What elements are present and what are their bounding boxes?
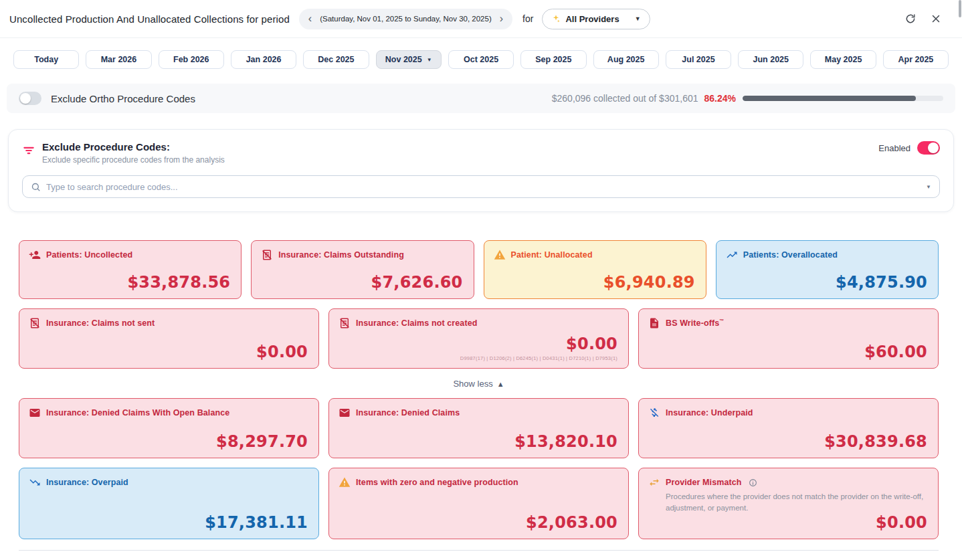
- card-label: Provider Mismatch: [666, 478, 742, 487]
- claim-slash-icon: [339, 317, 351, 329]
- card-denied-claims-open-balance[interactable]: Insurance: Denied Claims With Open Balan…: [19, 398, 319, 458]
- month-tab-mar-2026[interactable]: Mar 2026: [86, 50, 151, 69]
- progress-fill: [743, 96, 916, 101]
- trending-down-icon: [29, 476, 41, 488]
- month-tab-label: Aug 2025: [607, 55, 645, 64]
- card-label: Insurance: Underpaid: [666, 408, 753, 417]
- trending-up-icon: [726, 249, 738, 261]
- chevron-right-icon[interactable]: ›: [498, 13, 504, 24]
- month-tab-label: Dec 2025: [318, 55, 354, 64]
- month-tab-label: Jan 2026: [246, 55, 282, 64]
- card-label: Insurance: Claims not sent: [46, 318, 155, 328]
- card-denied-claims[interactable]: Insurance: Denied Claims $13,820.10: [328, 398, 629, 458]
- month-tab-nov-2025-selected[interactable]: Nov 2025 ▼: [376, 50, 442, 69]
- card-zero-negative-production[interactable]: Items with zero and negative production …: [328, 468, 629, 539]
- card-description: Procedures where the provider does not m…: [666, 491, 927, 513]
- month-tab-aug-2025[interactable]: Aug 2025: [593, 50, 659, 69]
- caret-down-icon: ▼: [427, 57, 432, 63]
- claim-slash-icon: [29, 317, 41, 329]
- month-tab-today[interactable]: Today: [13, 50, 79, 69]
- card-provider-mismatch[interactable]: Provider Mismatch Procedures where the p…: [638, 468, 939, 539]
- header: Uncollected Production And Unallocated C…: [0, 0, 962, 38]
- card-label: Items with zero and negative production: [356, 478, 518, 487]
- card-value: $30,839.68: [824, 432, 927, 451]
- card-insurance-claims-not-sent[interactable]: Insurance: Claims not sent $0.00: [19, 308, 319, 369]
- toggle-knob: [928, 143, 939, 153]
- month-tab-label: Jun 2025: [753, 55, 789, 64]
- card-value: $0.00: [460, 335, 617, 353]
- month-tab-dec-2025[interactable]: Dec 2025: [303, 50, 369, 69]
- scrollbar-thumb[interactable]: [959, 0, 961, 17]
- month-tab-jun-2025[interactable]: Jun 2025: [738, 50, 803, 69]
- procedure-code-search: ▼: [22, 175, 940, 198]
- caret-down-icon: ▼: [635, 15, 641, 22]
- bottom-divider: [19, 550, 939, 551]
- month-tab-oct-2025[interactable]: Oct 2025: [448, 50, 514, 69]
- collection-summary: $260,096 collected out of $301,601: [552, 93, 698, 104]
- collection-progress-bar: [743, 96, 943, 101]
- month-tab-jul-2025[interactable]: Jul 2025: [666, 50, 731, 69]
- show-less-button[interactable]: Show less ▲: [19, 379, 939, 389]
- month-tab-label: Mar 2026: [101, 55, 137, 64]
- info-icon[interactable]: [749, 478, 757, 487]
- card-label: Patient: Unallocated: [511, 250, 593, 260]
- card-value: $17,381.11: [205, 513, 308, 532]
- month-tab-label: Nov 2025: [385, 55, 422, 64]
- trademark-symbol: ™: [719, 318, 724, 323]
- provider-dropdown[interactable]: All Providers ▼: [542, 9, 650, 29]
- exclude-ortho-bar: Exclude Ortho Procedure Codes $260,096 c…: [7, 84, 955, 113]
- card-patients-uncollected[interactable]: Patients: Uncollected $33,878.56: [19, 240, 242, 299]
- card-insurance-claims-outstanding[interactable]: Insurance: Claims Outstanding $7,626.60: [251, 240, 474, 299]
- card-insurance-overpaid[interactable]: Insurance: Overpaid $17,381.11: [19, 468, 319, 539]
- caret-down-icon[interactable]: ▼: [926, 184, 931, 190]
- document-icon: [648, 317, 660, 329]
- card-value: $4,875.90: [836, 273, 927, 292]
- month-tab-may-2025[interactable]: May 2025: [810, 50, 876, 69]
- card-bs-write-offs[interactable]: BS Write-offs™ $60.00: [638, 308, 939, 369]
- panel-subtitle: Exclude specific procedure codes from th…: [42, 155, 225, 165]
- month-tab-label: Sep 2025: [535, 55, 571, 64]
- month-tab-row: Today Mar 2026 Feb 2026 Jan 2026 Dec 202…: [13, 50, 949, 69]
- refresh-button[interactable]: [904, 13, 917, 25]
- for-label: for: [522, 13, 533, 24]
- card-insurance-claims-not-created[interactable]: Insurance: Claims not created $0.00 D998…: [328, 308, 629, 369]
- month-tab-sep-2025[interactable]: Sep 2025: [520, 50, 586, 69]
- provider-dropdown-label: All Providers: [565, 14, 619, 24]
- month-tab-apr-2025[interactable]: Apr 2025: [883, 50, 949, 69]
- close-button[interactable]: [930, 13, 942, 25]
- card-patients-overallocated[interactable]: Patients: Overallocated $4,875.90: [716, 240, 939, 299]
- card-label: Patients: Uncollected: [46, 250, 132, 260]
- date-range-label: (Saturday, Nov 01, 2025 to Sunday, Nov 3…: [320, 15, 492, 23]
- card-insurance-underpaid[interactable]: Insurance: Underpaid $30,839.68: [638, 398, 939, 458]
- card-patient-unallocated[interactable]: Patient: Unallocated $6,940.89: [484, 240, 706, 299]
- month-tab-label: Apr 2025: [898, 55, 934, 64]
- month-tab-feb-2026[interactable]: Feb 2026: [159, 50, 224, 69]
- swap-arrows-icon: [648, 476, 660, 488]
- month-tab-label: Oct 2025: [464, 55, 498, 64]
- exclude-ortho-toggle[interactable]: [19, 92, 41, 105]
- person-add-icon: [29, 249, 41, 261]
- claim-slash-icon: [261, 249, 273, 261]
- card-label: Insurance: Denied Claims With Open Balan…: [46, 408, 229, 417]
- card-value: $8,297.70: [216, 432, 308, 451]
- show-less-label: Show less: [453, 379, 492, 389]
- card-label: Insurance: Overpaid: [46, 478, 128, 487]
- card-label: Insurance: Denied Claims: [356, 408, 460, 417]
- search-input[interactable]: [46, 182, 921, 192]
- exclude-codes-toggle[interactable]: [917, 141, 940, 155]
- kpi-cards-grid: Patients: Uncollected $33,878.56 Insuran…: [19, 240, 939, 551]
- exclude-procedure-codes-panel: Exclude Procedure Codes: Exclude specifi…: [8, 129, 954, 212]
- card-value: $13,820.10: [514, 432, 617, 451]
- month-tab-jan-2026[interactable]: Jan 2026: [231, 50, 296, 69]
- card-value: $60.00: [864, 343, 927, 361]
- warning-icon: [494, 249, 506, 261]
- date-range-selector[interactable]: ‹ (Saturday, Nov 01, 2025 to Sunday, Nov…: [299, 9, 512, 29]
- panel-title: Exclude Procedure Codes:: [42, 141, 225, 153]
- denied-mail-icon: [29, 407, 41, 419]
- exclude-ortho-label: Exclude Ortho Procedure Codes: [51, 93, 195, 104]
- month-tab-label: May 2025: [825, 55, 862, 64]
- card-value: $33,878.56: [127, 273, 230, 292]
- month-tab-label: Jul 2025: [682, 55, 714, 64]
- chevron-left-icon[interactable]: ‹: [307, 13, 313, 24]
- collection-percent: 86.24%: [704, 93, 736, 104]
